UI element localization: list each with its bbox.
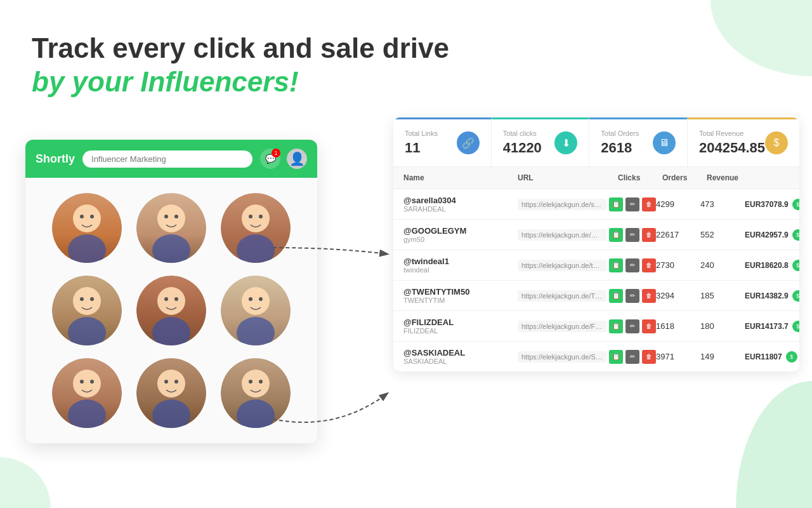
revenue-dollar-icon[interactable]: $ [786,351,797,363]
svg-point-22 [249,297,252,301]
influencer-name-cell: @sarella0304 SARAHDEAL [403,196,518,213]
revenue-dollar-icon[interactable]: $ [792,260,799,271]
influencer-avatar-9[interactable] [221,358,291,428]
url-text: https://elekjackgun.de/GOOGLEGYM [518,229,606,241]
revenue-dollar-icon[interactable]: $ [792,321,799,332]
notification-button[interactable]: 💬 1 [260,149,280,169]
clicks-value: 3294 [656,291,700,300]
revenue-cell: EUR18620.8 $ 📊 [745,260,799,271]
table-row: @SASKIADEAL SASKIADEAL https://elekjackg… [393,342,799,371]
revenue-amount: EUR18620.8 [745,261,789,270]
user-avatar-img: 👤 [289,151,305,166]
influencer-avatar-7[interactable] [52,358,122,428]
header-icons: 💬 1 👤 [260,149,307,169]
delete-button[interactable]: 🗑 [642,228,656,242]
stat-card-total-orders: Total Orders 2618 🖥 [589,117,688,166]
copy-url-button[interactable]: 📋 [609,319,623,333]
edit-button[interactable]: ✏ [625,350,639,364]
influencer-avatar-3[interactable] [221,193,291,263]
stat-value-3: 204254.85 [699,140,765,156]
svg-point-2 [80,215,84,218]
revenue-dollar-icon[interactable]: $ [792,199,799,210]
influencer-grid [25,178,317,443]
revenue-amount: EUR11807 [745,352,782,361]
copy-url-button[interactable]: 📋 [609,289,623,303]
stat-card-total-clicks: Total clicks 41220 ⬇ [492,117,590,166]
influencer-avatar-2[interactable] [136,193,206,263]
revenue-amount: EUR14382.9 [745,291,789,300]
svg-point-17 [152,317,190,345]
influencer-avatar-5[interactable] [136,276,206,345]
svg-point-32 [242,370,270,398]
influencer-name-cell: @twindeal1 twindeal [403,257,518,274]
svg-point-18 [164,297,168,301]
svg-point-12 [73,287,101,315]
edit-button[interactable]: ✏ [625,197,639,211]
influencer-avatar-6[interactable] [221,276,291,345]
clicks-value: 4299 [656,199,700,209]
delete-button[interactable]: 🗑 [642,319,656,333]
revenue-cell: EUR11807 $ 📊 [745,351,799,363]
influencer-avatar-8[interactable] [136,358,206,428]
delete-button[interactable]: 🗑 [642,289,656,303]
delete-button[interactable]: 🗑 [642,258,656,272]
bg-decoration-bottom-right [736,381,812,508]
revenue-dollar-icon[interactable]: $ [792,290,799,302]
table-row: @FILIZDEAL FILIZDEAL https://elekjackgun… [393,311,799,342]
table-header-clicks: Clicks [618,173,662,182]
stat-card-total-links: Total Links 11 🔗 [393,117,492,166]
url-cell: https://elekjackgun.de/sarella0304 📋 ✏ 🗑 [518,197,656,211]
influencer-username: SASKIADEAL [403,358,518,365]
url-text: https://elekjackgun.de/SASKIADEAL [518,351,606,363]
stat-value-2: 2618 [601,140,639,156]
orders-value: 180 [700,321,745,331]
orders-value: 149 [700,352,745,361]
url-text: https://elekjackgun.de/FILIZDEAL [518,321,606,332]
copy-url-button[interactable]: 📋 [609,228,623,242]
user-avatar[interactable]: 👤 [287,149,307,169]
table-row: @twindeal1 twindeal https://elekjackgun.… [393,250,799,281]
app-logo: Shortly [36,152,75,166]
stat-icon-2: 🖥 [653,131,676,154]
svg-point-4 [157,204,185,232]
edit-button[interactable]: ✏ [625,258,639,272]
influencer-handle: @TWENTYTIM50 [403,287,518,297]
stat-label-3: Total Revenue [699,130,765,137]
revenue-icons: $ 📊 [792,260,799,271]
revenue-cell: EUR14173.7 $ 📊 [745,321,799,332]
avatar-photo-5 [136,276,206,345]
url-cell: https://elekjackgun.de/twindeal1 📋 ✏ 🗑 [518,258,656,272]
avatar-photo-9 [221,358,291,428]
edit-button[interactable]: ✏ [625,289,639,303]
orders-value: 185 [700,291,745,300]
revenue-dollar-icon[interactable]: $ [792,229,799,241]
table-header-revenue: Revenue [707,173,789,182]
revenue-amount: EUR42957.9 [745,231,789,239]
revenue-icons: $ 📊 [792,199,799,210]
revenue-cell: EUR42957.9 $ 📊 [745,229,799,241]
avatar-photo-7 [52,358,122,428]
copy-url-button[interactable]: 📋 [609,258,623,272]
svg-point-28 [157,370,185,398]
avatar-photo-6 [221,276,291,345]
delete-button[interactable]: 🗑 [642,350,656,364]
copy-url-button[interactable]: 📋 [609,350,623,364]
hero-line2: by your Influencers! [32,65,449,99]
revenue-icons: $ 📊 [792,321,799,332]
delete-button[interactable]: 🗑 [642,197,656,211]
revenue-amount: EUR37078.9 [745,200,789,209]
stat-card-total-revenue: Total Revenue 204254.85 $ [688,117,799,166]
edit-button[interactable]: ✏ [625,228,639,242]
influencer-avatar-1[interactable] [52,193,122,263]
svg-point-7 [174,215,178,218]
influencer-avatar-4[interactable] [52,276,122,345]
influencer-username: TWENTYTIM [403,297,518,304]
edit-button[interactable]: ✏ [625,319,639,333]
influencer-handle: @sarella0304 [403,196,518,205]
svg-point-24 [73,370,101,398]
influencer-handle: @SASKIADEAL [403,348,518,358]
clicks-value: 22617 [656,230,700,239]
table-header-name: Name [403,173,518,182]
copy-url-button[interactable]: 📋 [609,197,623,211]
search-input[interactable] [82,150,252,168]
